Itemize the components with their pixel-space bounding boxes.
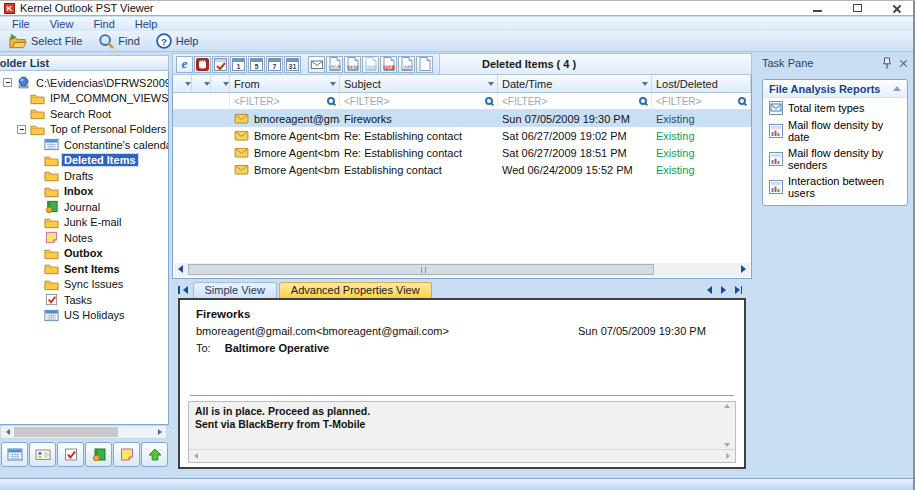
- mail-view-button[interactable]: [308, 56, 325, 73]
- column-header-importance[interactable]: [173, 75, 192, 92]
- filter-input-lost-deleted[interactable]: <FILTER>: [652, 93, 751, 109]
- scroll-up-button[interactable]: [724, 404, 730, 408]
- menu-item-view[interactable]: View: [40, 18, 84, 30]
- dropdown-icon: [488, 82, 494, 89]
- export-msg-button[interactable]: MSG: [398, 56, 415, 73]
- message-row-2[interactable]: Bmore Agent<bmoreagent@... Re: Establish…: [173, 127, 751, 144]
- search-icon[interactable]: [327, 97, 335, 105]
- message-row-1[interactable]: bmoreagent@gmail.com<bm... Fireworks Sun…: [173, 110, 751, 127]
- close-button[interactable]: [891, 3, 903, 14]
- report-chart-icon: [769, 124, 783, 138]
- scroll-right-button[interactable]: [726, 453, 730, 459]
- export-txt-button[interactable]: TXT: [344, 56, 361, 73]
- tree-item-top-of-personal-folders[interactable]: Top of Personal Folders: [0, 122, 168, 138]
- tree-item-root[interactable]: C:\Evidencias\DFRWS2009-Outlo: [0, 75, 168, 91]
- tab-nav-next[interactable]: [721, 286, 726, 294]
- message-row-4[interactable]: Bmore Agent<bmoreagent@... Establishing …: [173, 161, 751, 178]
- tree-item-tasks[interactable]: Tasks: [0, 292, 168, 308]
- report-item-interaction-between-users[interactable]: Interaction between users: [763, 172, 907, 200]
- select-file-button[interactable]: Select File: [0, 31, 90, 51]
- group-header[interactable]: File Analysis Reports: [763, 80, 907, 98]
- tree-item-drafts[interactable]: Drafts: [0, 168, 168, 184]
- scrollbar-thumb[interactable]: [188, 264, 654, 275]
- tree-item-us-holidays[interactable]: US Holidays: [0, 308, 168, 324]
- export-pdf-button[interactable]: PDF: [380, 56, 397, 73]
- report-item-mail-flow-density-by-senders[interactable]: Mail flow density by senders: [763, 144, 907, 172]
- help-button[interactable]: Help: [148, 31, 207, 51]
- tree-item-junk-email[interactable]: Junk E-mail: [0, 215, 168, 231]
- filter-input-datetime[interactable]: <FILTER>: [498, 93, 652, 109]
- column-header-type[interactable]: [192, 75, 211, 92]
- column-header-from[interactable]: From: [230, 75, 340, 92]
- message-row-3[interactable]: Bmore Agent<bmoreagent@... Re: Establish…: [173, 144, 751, 161]
- search-icon[interactable]: [485, 97, 493, 105]
- search-icon[interactable]: [639, 97, 647, 105]
- tab-nav-first[interactable]: [178, 286, 188, 294]
- tasks-shortcut-button[interactable]: [57, 442, 84, 467]
- filter-input-subject[interactable]: <FILTER>: [340, 93, 498, 109]
- minimize-button[interactable]: [811, 3, 823, 14]
- tree-item-search-root[interactable]: Search Root: [0, 106, 168, 122]
- column-header-lost-deleted[interactable]: Lost/Deleted: [652, 75, 751, 92]
- tree-item-journal[interactable]: Journal: [0, 199, 168, 215]
- go-up-button[interactable]: [141, 442, 168, 467]
- scroll-down-button[interactable]: [724, 443, 730, 447]
- menu-item-find[interactable]: Find: [83, 18, 124, 30]
- body-hscrollbar[interactable]: [189, 449, 735, 462]
- html-view-button[interactable]: [176, 56, 193, 73]
- tree-item-notes[interactable]: Notes: [0, 230, 168, 246]
- search-icon[interactable]: [738, 97, 746, 105]
- scrollbar-thumb[interactable]: [14, 427, 118, 437]
- scroll-left-button[interactable]: [174, 263, 187, 275]
- filter-input-from[interactable]: <FILTER>: [230, 93, 340, 109]
- export-file-button[interactable]: [416, 56, 433, 73]
- tree-item-constantines-calendar[interactable]: Constantine's calendar: [0, 137, 168, 153]
- folder-icon: [44, 216, 59, 229]
- column-header-subject[interactable]: Subject: [340, 75, 498, 92]
- tab-advanced-properties-view[interactable]: Advanced Properties View: [279, 282, 432, 298]
- expander-icon[interactable]: [3, 78, 12, 87]
- collapse-icon[interactable]: [893, 82, 901, 91]
- calendar-day-view-button[interactable]: 1: [230, 56, 247, 73]
- export-rtf-button[interactable]: RTF: [362, 56, 379, 73]
- tree-item-outbox[interactable]: Outbox: [0, 246, 168, 262]
- calendar-month-view-button[interactable]: 31: [284, 56, 301, 73]
- expander-icon[interactable]: [17, 125, 26, 134]
- pin-icon[interactable]: [882, 57, 892, 69]
- tab-nav-last[interactable]: [735, 286, 743, 294]
- folder-tree-hscrollbar[interactable]: [0, 425, 167, 439]
- close-task-pane-button[interactable]: [899, 59, 908, 68]
- maximize-button[interactable]: [851, 3, 863, 14]
- tree-item-ipm-common-views[interactable]: IPM_COMMON_VIEWS: [0, 91, 168, 107]
- message-list-header: From Subject Date/Time Lost/Deleted: [173, 75, 751, 93]
- tree-item-deleted-items[interactable]: Deleted Items: [0, 153, 168, 169]
- tree-item-sync-issues[interactable]: Sync Issues: [0, 277, 168, 293]
- journal-shortcut-button[interactable]: [85, 442, 112, 467]
- contacts-shortcut-button[interactable]: [29, 442, 56, 467]
- calendar-shortcut-button[interactable]: [1, 442, 28, 467]
- export-eml-button[interactable]: EML: [326, 56, 343, 73]
- report-item-total-item-types[interactable]: Total item types: [763, 98, 907, 116]
- block-content-button[interactable]: [194, 56, 211, 73]
- column-header-datetime[interactable]: Date/Time: [498, 75, 652, 92]
- report-item-mail-flow-density-by-date[interactable]: Mail flow density by date: [763, 116, 907, 144]
- menu-item-file[interactable]: File: [0, 18, 40, 30]
- scroll-right-button[interactable]: [737, 263, 750, 275]
- notes-shortcut-button[interactable]: [113, 442, 140, 467]
- menu-item-help[interactable]: Help: [125, 18, 168, 30]
- status-bar: [0, 478, 913, 490]
- calendar-workweek-view-button[interactable]: 5: [248, 56, 265, 73]
- task-view-button[interactable]: [212, 56, 229, 73]
- tree-item-inbox[interactable]: Inbox: [0, 184, 168, 200]
- calendar-week-view-button[interactable]: 7: [266, 56, 283, 73]
- column-header-attachment[interactable]: [211, 75, 230, 92]
- scroll-left-button[interactable]: [194, 453, 198, 459]
- scroll-left-button[interactable]: [1, 426, 14, 438]
- find-button[interactable]: Find: [90, 31, 147, 51]
- tree-item-sent-items[interactable]: Sent Items: [0, 261, 168, 277]
- tab-nav-prev[interactable]: [707, 286, 712, 294]
- body-vscrollbar[interactable]: [721, 404, 733, 447]
- message-list-hscrollbar[interactable]: [174, 263, 750, 277]
- tab-simple-view[interactable]: Simple View: [193, 282, 277, 298]
- scroll-right-button[interactable]: [153, 426, 166, 438]
